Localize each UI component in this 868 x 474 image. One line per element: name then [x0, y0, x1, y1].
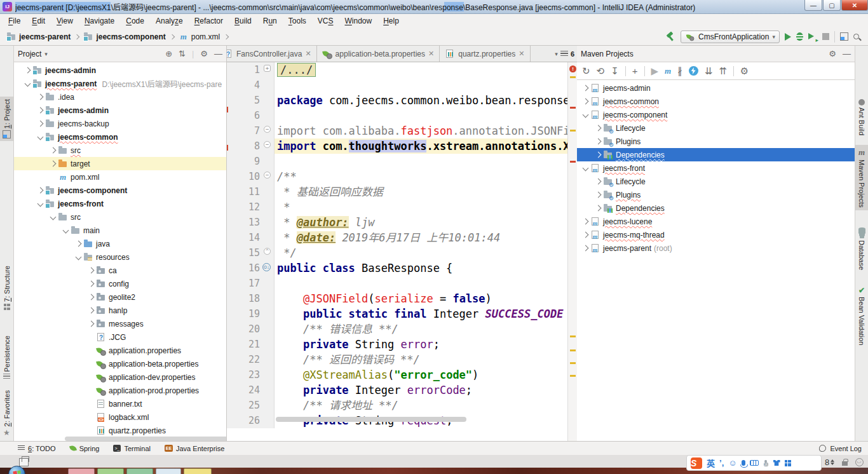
- menu-item-run[interactable]: Run: [257, 15, 283, 27]
- punctuation-icon[interactable]: ’,: [719, 458, 724, 468]
- run-build-icon[interactable]: ▶: [651, 65, 659, 77]
- chevron-down-icon[interactable]: [63, 227, 69, 234]
- overridden-marker-icon[interactable]: o↓: [262, 263, 271, 271]
- download-sources-icon[interactable]: ↧: [611, 65, 619, 77]
- taskbar-app-3[interactable]: [126, 468, 153, 474]
- tree-row-messages[interactable]: messages: [14, 317, 226, 330]
- chevron-down-icon[interactable]: ▾: [555, 51, 558, 57]
- chevron-right-icon[interactable]: [595, 192, 602, 198]
- tree-row-jeecms-admin[interactable]: jeecms-admin: [14, 104, 226, 117]
- close-icon[interactable]: ✕: [428, 50, 434, 58]
- voice-input-icon[interactable]: [742, 460, 745, 466]
- restore-window-icon[interactable]: [19, 458, 29, 466]
- chevron-right-icon[interactable]: [50, 161, 57, 167]
- tree-row-lifecycle[interactable]: Lifecycle: [577, 121, 855, 135]
- menu-item-edit[interactable]: Edit: [26, 15, 51, 27]
- status-item-java-enterprise[interactable]: EEJava Enterprise: [165, 445, 224, 452]
- breadcrumb-item[interactable]: mpom.xml: [179, 32, 220, 42]
- chevron-right-icon[interactable]: [583, 245, 589, 252]
- event-log-widget[interactable]: Event Log: [819, 445, 862, 452]
- tree-row-resources[interactable]: resources: [14, 250, 226, 264]
- tree-row-quartz-properties[interactable]: quartz.properties: [14, 424, 226, 437]
- chevron-right-icon[interactable]: [595, 139, 602, 145]
- code-line-14[interactable]: 14 * @date: 2019年6月17日 上午10:01:44: [227, 230, 567, 245]
- chevron-right-icon[interactable]: [76, 241, 82, 247]
- stripe-tab--favorites[interactable]: 2: Favorites★: [0, 388, 13, 440]
- stripe-tab-ant-build[interactable]: Ant Build: [855, 97, 868, 138]
- lock-icon[interactable]: [842, 461, 848, 466]
- chevron-right-icon[interactable]: [37, 94, 44, 100]
- file-errors-indicator-icon[interactable]: !: [569, 65, 576, 72]
- code-line-17[interactable]: 17: [227, 276, 567, 291]
- maximize-button[interactable]: ▢: [823, 0, 841, 11]
- stripe-tab-persistence[interactable]: Persistence: [0, 333, 13, 383]
- toolwindow-icon[interactable]: [840, 32, 848, 41]
- maven-settings-icon[interactable]: ⚙: [740, 65, 749, 77]
- code-line-15[interactable]: 15⌃ */: [227, 245, 567, 261]
- code-line-16[interactable]: 16o↓public class BaseResponse {: [227, 261, 567, 276]
- soft-keyboard-icon[interactable]: [750, 460, 759, 466]
- stop-button[interactable]: [822, 33, 829, 40]
- status-item-6-todo[interactable]: 6: TODO: [18, 445, 56, 452]
- tree-row-jeecms-parent[interactable]: jeecms-parentD:\jeecmsX1\后端源码\jeecms-par…: [14, 77, 226, 90]
- tree-row-geolite2[interactable]: geolite2: [14, 290, 226, 304]
- stripe-tab--structure[interactable]: 7: Structure: [0, 263, 13, 313]
- chevron-right-icon[interactable]: [583, 232, 589, 238]
- code-line-1[interactable]: 1+/.../: [227, 62, 567, 78]
- chevron-right-icon[interactable]: [25, 67, 31, 74]
- tree-row-plugins[interactable]: Plugins: [577, 188, 855, 201]
- warning-stripe-mark[interactable]: [570, 362, 576, 364]
- tree-row-ca[interactable]: ca: [14, 264, 226, 277]
- tree-row-target[interactable]: target: [14, 157, 226, 170]
- code-line-5[interactable]: 5package com.jeecms.common.weibo.bean.re…: [227, 93, 567, 108]
- code-line-21[interactable]: 21 private String error;: [227, 337, 567, 352]
- tree-row-dependencies[interactable]: Dependencies: [577, 148, 855, 161]
- fold-end-icon[interactable]: ⌃: [264, 248, 271, 255]
- error-stripe-mark[interactable]: [570, 107, 576, 109]
- menu-item-tools[interactable]: Tools: [283, 15, 312, 27]
- chevron-right-icon[interactable]: [583, 98, 589, 105]
- code-line-4[interactable]: 4: [227, 78, 567, 93]
- tree-row-dependencies[interactable]: Dependencies: [577, 201, 855, 215]
- tree-row-jeecms-admin[interactable]: jeecms-admin: [577, 81, 855, 95]
- menu-item-refactor[interactable]: Refactor: [189, 15, 229, 27]
- tree-row-jeecms-lucene[interactable]: jeecms-lucene: [577, 215, 855, 228]
- menu-item-analyze[interactable]: Analyze: [150, 15, 189, 27]
- debug-button[interactable]: [796, 32, 803, 41]
- hide-panel-icon[interactable]: —: [843, 49, 851, 58]
- tree-row-src[interactable]: src: [14, 210, 226, 224]
- chevron-right-icon[interactable]: [88, 281, 95, 287]
- code-line-23[interactable]: 23 @XStreamAlias("error_code"): [227, 367, 567, 383]
- stripe-tab--project[interactable]: 1: Project: [0, 97, 13, 141]
- code-line-25[interactable]: 25 /** 请求地址 **/: [227, 398, 567, 413]
- tree-row-main[interactable]: main: [14, 224, 226, 237]
- tree-row-plugins[interactable]: Plugins: [577, 135, 855, 148]
- editor-tab-fanscontroller-java[interactable]: FansController.java✕: [227, 46, 317, 62]
- chevron-down-icon[interactable]: [583, 112, 589, 118]
- tree-row-application-prod-properties[interactable]: application-prod.properties: [14, 384, 226, 397]
- tree-row-application-beta-properties[interactable]: application-beta.properties: [14, 357, 226, 370]
- collapse-all-icon[interactable]: ⇈: [719, 65, 727, 77]
- close-button[interactable]: ✕: [841, 0, 868, 11]
- stripe-tab-maven-projects[interactable]: mMaven Projects: [855, 145, 868, 210]
- tree-row--jcg[interactable]: .JCG: [14, 330, 226, 344]
- tree-row-jeecms-backup[interactable]: jeecms-backup: [14, 117, 226, 130]
- tree-row-application-dev-properties[interactable]: application-dev.properties: [14, 370, 226, 384]
- fold-collapse-icon[interactable]: −: [264, 172, 271, 179]
- collapse-all-icon[interactable]: ⇅: [179, 49, 186, 58]
- menu-item-view[interactable]: View: [51, 15, 79, 27]
- taskbar-app-5[interactable]: [184, 468, 212, 474]
- fold-collapse-icon[interactable]: −: [264, 126, 271, 133]
- breadcrumb-item[interactable]: jeecms-component: [83, 32, 165, 42]
- tree-row-pom-xml[interactable]: mpom.xml: [14, 170, 226, 184]
- chevron-right-icon[interactable]: [37, 121, 44, 127]
- tree-row-jeecms-admin[interactable]: jeecms-admin: [14, 64, 226, 77]
- code-line-9[interactable]: 9: [227, 154, 567, 169]
- warning-stripe-mark[interactable]: [570, 130, 576, 132]
- editor-error-stripe[interactable]: !: [567, 62, 577, 441]
- tree-row--idea[interactable]: .idea: [14, 90, 226, 104]
- account-icon[interactable]: [763, 460, 769, 466]
- editor-horizontal-scrollbar[interactable]: [276, 417, 466, 422]
- code-line-13[interactable]: 13 * @author: ljw: [227, 215, 567, 230]
- toggle-offline-icon[interactable]: [689, 66, 698, 76]
